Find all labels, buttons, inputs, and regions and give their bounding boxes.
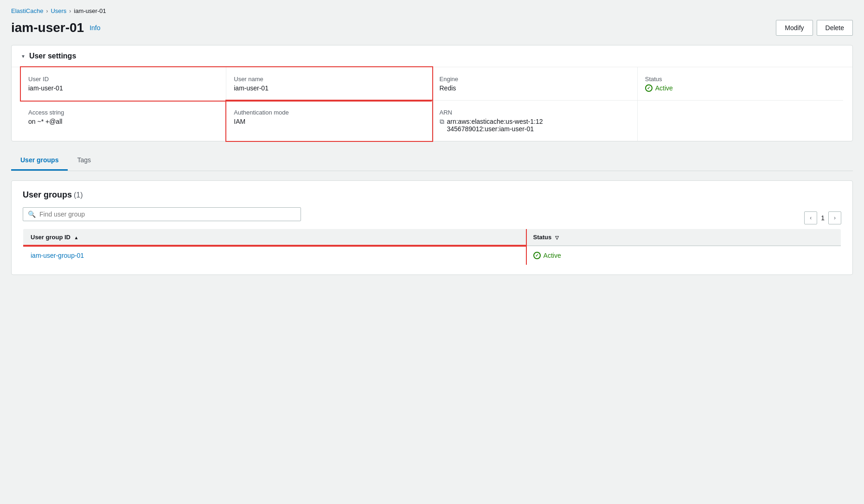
arn-cell: ARN ⧉ arn:aws:elasticache:us-west-1:1234… xyxy=(432,101,638,141)
settings-wrapper: User ID iam-user-01 User name iam-user-0… xyxy=(12,67,852,141)
auth-mode-cell: Authentication mode IAM xyxy=(226,101,432,141)
info-link[interactable]: Info xyxy=(90,24,100,32)
sort-desc-icon: ▽ xyxy=(555,235,559,240)
status-active-icon xyxy=(645,84,653,92)
settings-row-1: User ID iam-user-01 User name iam-user-0… xyxy=(21,67,843,101)
col-user-group-id-label: User group ID xyxy=(31,234,70,241)
auth-mode-value: IAM xyxy=(234,118,424,125)
search-icon: 🔍 xyxy=(28,211,36,218)
group-id-cell: iam-user-group-01 xyxy=(23,246,526,265)
table-header-row: User group ID ▲ Status ▽ xyxy=(23,229,841,246)
group-id-link[interactable]: iam-user-group-01 xyxy=(31,252,84,259)
engine-value: Redis xyxy=(440,84,630,92)
user-id-value: iam-user-01 xyxy=(28,84,218,92)
group-status: Active xyxy=(533,252,833,259)
user-settings-card: ▼ User settings User ID iam-user-01 User… xyxy=(11,45,853,141)
user-id-label: User ID xyxy=(28,76,218,83)
breadcrumb-users[interactable]: Users xyxy=(51,7,66,14)
breadcrumb-elasticache[interactable]: ElastiCache xyxy=(11,7,43,14)
tab-user-groups[interactable]: User groups xyxy=(11,151,68,171)
page-header: iam-user-01 Info Modify Delete xyxy=(11,20,853,36)
access-string-label: Access string xyxy=(28,109,218,116)
user-groups-section: User groups (1) 🔍 ‹ 1 › User group ID xyxy=(11,180,853,275)
modify-button[interactable]: Modify xyxy=(776,20,813,36)
col-status-label: Status xyxy=(533,234,552,241)
section-title: User groups xyxy=(23,190,72,199)
empty-cell xyxy=(638,101,843,141)
breadcrumb-sep-1: › xyxy=(46,8,48,14)
section-header: User groups (1) xyxy=(23,190,841,200)
col-user-group-id[interactable]: User group ID ▲ xyxy=(23,229,526,246)
engine-label: Engine xyxy=(440,76,630,83)
group-status-icon xyxy=(533,252,541,259)
group-status-text: Active xyxy=(544,252,561,259)
search-row: 🔍 ‹ 1 › xyxy=(23,207,841,229)
page-header-left: iam-user-01 Info xyxy=(11,20,101,35)
section-count-val: (1) xyxy=(74,191,83,199)
pagination-current: 1 xyxy=(821,214,825,222)
breadcrumb-current: iam-user-01 xyxy=(74,7,106,14)
col-status[interactable]: Status ▽ xyxy=(526,229,841,246)
search-bar: 🔍 xyxy=(23,207,301,221)
access-string-cell: Access string on ~* +@all xyxy=(21,101,226,141)
pagination-next[interactable]: › xyxy=(828,211,841,224)
auth-mode-label: Authentication mode xyxy=(234,109,424,116)
search-input[interactable] xyxy=(39,211,296,218)
delete-button[interactable]: Delete xyxy=(817,20,853,36)
table-header: User group ID ▲ Status ▽ xyxy=(23,229,841,246)
user-groups-table: User group ID ▲ Status ▽ iam-user-group-… xyxy=(23,229,841,265)
copy-icon[interactable]: ⧉ xyxy=(440,118,444,126)
arn-value-wrap: ⧉ arn:aws:elasticache:us-west-1:12345678… xyxy=(440,118,630,133)
arn-label: ARN xyxy=(440,109,630,116)
card-title: User settings xyxy=(29,52,76,60)
engine-cell: Engine Redis xyxy=(432,67,638,101)
tabs: User groups Tags xyxy=(11,151,853,171)
group-status-cell: Active xyxy=(526,246,841,265)
status-cell: Status Active xyxy=(638,67,843,101)
status-text: Active xyxy=(655,84,673,92)
pagination: ‹ 1 › xyxy=(804,211,841,224)
user-id-cell: User ID iam-user-01 xyxy=(21,67,226,101)
table-body: iam-user-group-01 Active xyxy=(23,246,841,265)
collapse-icon[interactable]: ▼ xyxy=(21,54,26,59)
settings-row-2: Access string on ~* +@all Authentication… xyxy=(21,101,843,141)
pagination-prev[interactable]: ‹ xyxy=(804,211,817,224)
status-value: Active xyxy=(645,84,836,92)
status-label: Status xyxy=(645,76,836,83)
username-value: iam-user-01 xyxy=(234,84,424,92)
user-id-username-group: User ID iam-user-01 User name iam-user-0… xyxy=(21,67,432,101)
table-row: iam-user-group-01 Active xyxy=(23,246,841,265)
tabs-container: User groups Tags xyxy=(11,151,853,171)
tab-tags[interactable]: Tags xyxy=(68,151,100,171)
section-title-wrap: User groups (1) xyxy=(23,190,83,200)
header-buttons: Modify Delete xyxy=(776,20,853,36)
username-cell: User name iam-user-01 xyxy=(226,67,432,101)
username-label: User name xyxy=(234,76,424,83)
breadcrumb: ElastiCache › Users › iam-user-01 xyxy=(11,7,853,14)
page-title: iam-user-01 xyxy=(11,20,84,35)
sort-asc-icon: ▲ xyxy=(74,235,79,240)
access-string-value: on ~* +@all xyxy=(28,118,218,125)
card-header: ▼ User settings xyxy=(12,45,852,67)
arn-value: arn:aws:elasticache:us-west-1:1234567890… xyxy=(447,118,543,133)
breadcrumb-sep-2: › xyxy=(69,8,71,14)
